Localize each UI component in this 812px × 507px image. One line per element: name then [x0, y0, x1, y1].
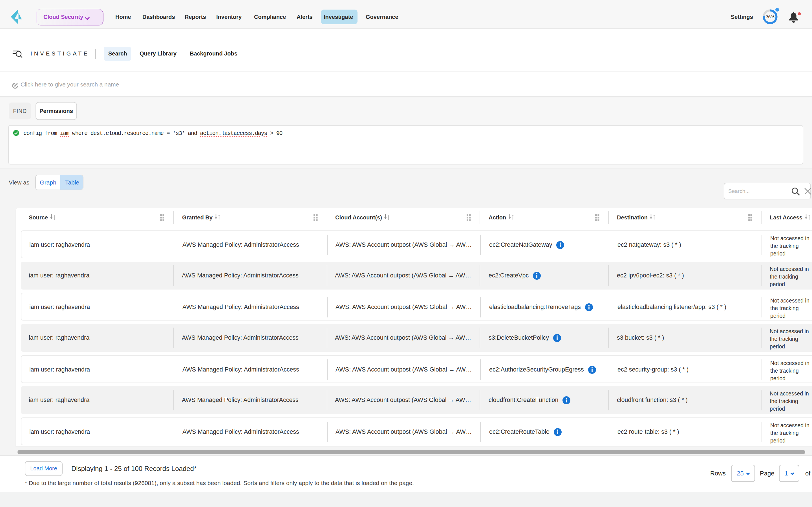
- svg-text:76%: 76%: [766, 14, 774, 19]
